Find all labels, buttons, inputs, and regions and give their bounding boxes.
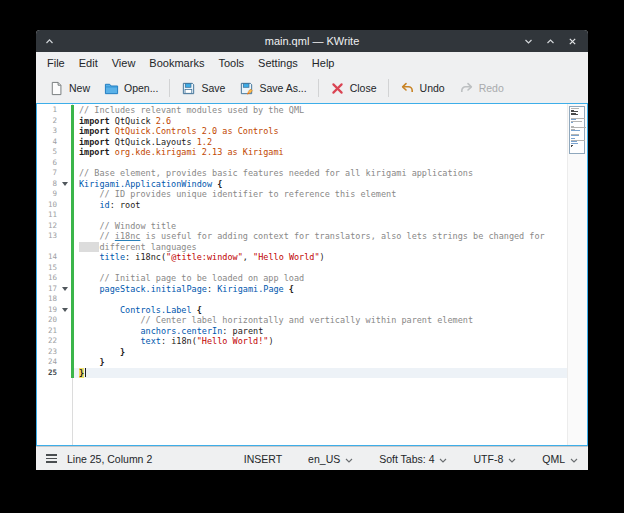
code-row[interactable]: 10 id: root	[37, 200, 567, 211]
code-row[interactable]: 13 // i18nc is useful for adding context…	[37, 231, 567, 242]
fold-marker-icon[interactable]	[59, 305, 71, 316]
toolbar-button-open[interactable]: Open...	[97, 77, 165, 100]
fold-marker-icon[interactable]	[59, 179, 71, 190]
close-icon[interactable]	[565, 34, 579, 48]
toolbar-button-close[interactable]: Close	[323, 77, 384, 100]
code-text: different languages	[74, 242, 567, 253]
code-row[interactable]: 2import QtQuick 2.6	[37, 116, 567, 127]
code-row[interactable]: 14 title: i18nc("@title:window", "Hello …	[37, 252, 567, 263]
code-text: // i18nc is useful for adding context fo…	[74, 231, 567, 242]
document-save-icon	[181, 81, 196, 96]
scrollbar-minimap[interactable]	[567, 104, 587, 445]
minimap-viewport[interactable]	[569, 106, 585, 154]
line-number: 24	[37, 357, 59, 368]
code-row[interactable]: different languages	[37, 242, 567, 253]
line-number: 21	[37, 326, 59, 337]
status-soft-tabs-4[interactable]: Soft Tabs: 4	[379, 453, 447, 465]
code-text	[74, 294, 567, 305]
menu-edit[interactable]: Edit	[72, 54, 105, 72]
fold-column	[59, 126, 71, 137]
code-row[interactable]: 20 // Center label horizontally and vert…	[37, 315, 567, 326]
line-number: 14	[37, 252, 59, 263]
code-text: Controls.Label {	[74, 305, 567, 316]
code-row[interactable]: 1// Includes relevant modules used by th…	[37, 105, 567, 116]
titlebar-app-icon[interactable]	[44, 36, 55, 47]
code-row[interactable]: 3import QtQuick.Controls 2.0 as Controls	[37, 126, 567, 137]
fold-column	[59, 263, 71, 274]
code-row[interactable]: 19 Controls.Label {	[37, 305, 567, 316]
code-text: }	[74, 357, 567, 368]
fold-column	[59, 252, 71, 263]
code-row[interactable]: 9 // ID provides unique identifier to re…	[37, 189, 567, 200]
fold-column	[59, 231, 71, 242]
code-text	[74, 158, 567, 169]
cursor-position[interactable]: Line 25, Column 2	[67, 453, 152, 465]
code-row[interactable]: 24 }	[37, 357, 567, 368]
code-row[interactable]: 5import org.kde.kirigami 2.13 as Kirigam…	[37, 147, 567, 158]
menubar: FileEditViewBookmarksToolsSettingsHelp	[36, 52, 588, 73]
toolbar-separator	[318, 79, 319, 97]
code-row[interactable]: 8Kirigami.ApplicationWindow {	[37, 179, 567, 190]
fold-marker-icon[interactable]	[59, 284, 71, 295]
code-row[interactable]: 22 text: i18n("Hello World!")	[37, 336, 567, 347]
maximize-icon[interactable]	[543, 34, 557, 48]
menu-settings[interactable]: Settings	[251, 54, 305, 72]
editor-view[interactable]: 1// Includes relevant modules used by th…	[36, 103, 588, 446]
menu-tools[interactable]: Tools	[211, 54, 251, 72]
code-row[interactable]: 23 }	[37, 347, 567, 358]
toolbar-button-new[interactable]: New	[42, 77, 97, 100]
fold-column	[59, 347, 71, 358]
menu-view[interactable]: View	[105, 54, 143, 72]
document-close-icon	[330, 81, 345, 96]
menu-file[interactable]: File	[40, 54, 72, 72]
code-text: import org.kde.kirigami 2.13 as Kirigami	[74, 147, 567, 158]
line-number: 11	[37, 210, 59, 221]
kwrite-window: main.qml — KWrite FileEditViewBookmarksT…	[36, 30, 588, 470]
code-text: import QtQuick 2.6	[74, 116, 567, 127]
code-row[interactable]: 15	[37, 263, 567, 274]
line-number: 16	[37, 273, 59, 284]
code-row[interactable]: 18	[37, 294, 567, 305]
fold-column	[59, 368, 71, 379]
code-text: // Window title	[74, 221, 567, 232]
menu-bookmarks[interactable]: Bookmarks	[142, 54, 211, 72]
code-text	[74, 210, 567, 221]
code-row[interactable]: 6	[37, 158, 567, 169]
status-en-us[interactable]: en_US	[308, 453, 353, 465]
code-row[interactable]: 12 // Window title	[37, 221, 567, 232]
chevron-down-icon	[439, 453, 447, 465]
fold-column	[59, 357, 71, 368]
document-new-icon	[49, 81, 64, 96]
minimize-icon[interactable]	[521, 34, 535, 48]
fold-column	[59, 168, 71, 179]
code-row[interactable]: 17 pageStack.initialPage: Kirigami.Page …	[37, 284, 567, 295]
status-label: UTF-8	[473, 453, 503, 465]
toolbar-button-save-as[interactable]: Save As...	[232, 77, 313, 100]
code-row[interactable]: 16 // Initial page to be loaded on app l…	[37, 273, 567, 284]
code-text: // ID provides unique identifier to refe…	[74, 189, 567, 200]
folder-open-icon	[104, 81, 119, 96]
code-text: anchors.centerIn: parent	[74, 326, 567, 337]
status-insert[interactable]: INSERT	[244, 453, 282, 465]
toolbar-button-save[interactable]: Save	[174, 77, 232, 100]
fold-column	[59, 105, 71, 116]
status-qml[interactable]: QML	[542, 453, 578, 465]
toolbar-button-label: Redo	[479, 82, 504, 94]
statusbar-menu-icon[interactable]	[46, 454, 57, 463]
line-number: 17	[37, 284, 59, 295]
code-text	[74, 263, 567, 274]
code-row[interactable]: 4import QtQuick.Layouts 1.2	[37, 137, 567, 148]
titlebar[interactable]: main.qml — KWrite	[36, 30, 588, 52]
chevron-down-icon	[345, 453, 353, 465]
toolbar-button-undo[interactable]: Undo	[393, 77, 452, 100]
code-row[interactable]: 7// Base element, provides basic feature…	[37, 168, 567, 179]
code-text: import QtQuick.Controls 2.0 as Controls	[74, 126, 567, 137]
toolbar-separator	[388, 79, 389, 97]
status-utf-8[interactable]: UTF-8	[473, 453, 516, 465]
menu-help[interactable]: Help	[305, 54, 342, 72]
toolbar-separator	[169, 79, 170, 97]
code-row[interactable]: 11	[37, 210, 567, 221]
code-text: // Center label horizontally and vertica…	[74, 315, 567, 326]
code-row[interactable]: 25}	[37, 368, 567, 379]
code-row[interactable]: 21 anchors.centerIn: parent	[37, 326, 567, 337]
